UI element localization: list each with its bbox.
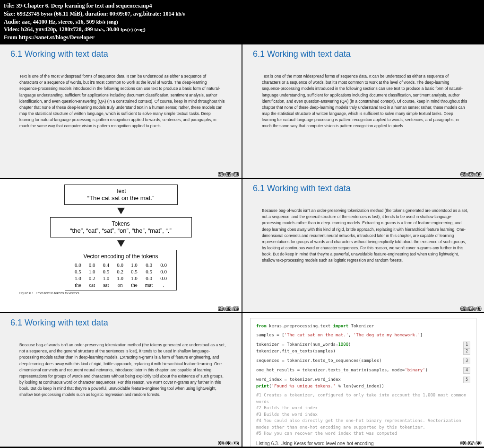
slide-paragraph: Text is one of the most widespread forms… — [19, 73, 226, 130]
slide-paragraph: Because bag-of-words isn't an order-pres… — [262, 208, 468, 264]
timestamp: 00:07:50 — [461, 441, 481, 446]
tokenization-diagram: Text “The cat sat on the mat.” Tokens “t… — [0, 179, 242, 297]
slide-title: 6.1 Working with text data — [10, 318, 235, 328]
vector-matrix: 0.00.00.40.01.00.00.0 0.51.00.50.20.50.5… — [71, 262, 171, 288]
timestamp: 00:03:55 — [218, 307, 239, 311]
listing-caption: Listing 6.3. Using Keras for word-level … — [256, 440, 470, 447]
size-label: Size: — [4, 10, 16, 17]
arrow-down-icon — [117, 208, 125, 214]
thumbnail-grid: 6.1 Working with text data Text is one o… — [0, 44, 484, 447]
file-name: 39-Chapter 6. Deep learning for text and… — [16, 2, 152, 9]
arrow-down-icon — [117, 240, 125, 247]
media-info-header: File: 39-Chapter 6. Deep learning for te… — [0, 0, 484, 44]
timestamp: 00:02:10 — [461, 172, 481, 177]
slide-title: 6.1 Working with text data — [253, 49, 477, 59]
thumb-4: 6.1 Working with text data Because bag-o… — [242, 179, 484, 312]
thumb-6: from keras.preprocessing.text import Tok… — [242, 313, 484, 447]
code-listing: from keras.preprocessing.text import Tok… — [250, 318, 476, 447]
thumb-2: 6.1 Working with text data Text is one o… — [242, 44, 484, 178]
audio-label: Audio: — [4, 18, 20, 25]
timestamp: 00:02:05 — [218, 172, 239, 177]
thumb-5: 6.1 Working with text data Because bag-o… — [0, 313, 242, 447]
timestamp: 00:05:40 — [461, 307, 481, 311]
video-label: Video: — [4, 26, 20, 33]
slide-title: 6.1 Working with text data — [10, 49, 235, 59]
from-label: From — [4, 34, 17, 41]
timestamp: 00:06:35 — [218, 441, 239, 446]
thumb-1: 6.1 Working with text data Text is one o… — [0, 44, 242, 178]
figure-caption: Figure 6.1. From text to tokens to vecto… — [19, 291, 79, 295]
file-label: File: — [4, 2, 15, 9]
slide-title: 6.1 Working with text data — [253, 184, 477, 193]
thumb-3: Text “The cat sat on the mat.” Tokens “t… — [0, 179, 242, 312]
slide-paragraph: Because bag-of-words isn't an order-pres… — [19, 342, 226, 398]
slide-paragraph: Text is one of the most widespread forms… — [262, 73, 468, 130]
